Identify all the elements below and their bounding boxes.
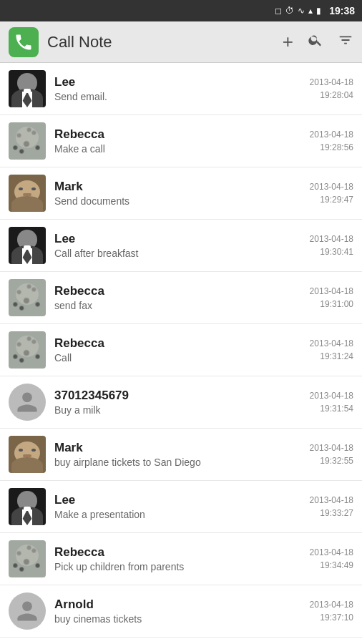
item-datetime: 2013-04-1819:30:41 [310, 233, 353, 258]
app-bar: Call Note + [0, 21, 362, 63]
item-content: Arnoldbuy cinemas tickets [54, 597, 304, 625]
item-note: Call [54, 352, 304, 364]
item-content: LeeMake a presentation [54, 493, 304, 520]
item-datetime: 2013-04-1819:28:56 [310, 128, 353, 154]
status-icons: ◻ ⏱ ∿ ▴ ▮ 19:38 [275, 5, 355, 16]
item-note: buy cinemas tickets [54, 613, 304, 625]
clock-icon: ⏱ [285, 6, 294, 16]
item-content: RebeccaPick up children from parents [54, 545, 304, 572]
item-note: buy airplane tickets to San Diego [54, 457, 304, 468]
item-note: Pick up children from parents [54, 561, 304, 572]
item-content: Rebeccasend fax [54, 284, 304, 311]
list-item[interactable]: Rebeccasend fax2013-04-1819:31:00 [0, 272, 362, 324]
list-item[interactable]: RebeccaPick up children from parents2013… [0, 533, 362, 585]
app-bar-actions: + [283, 31, 353, 53]
item-datetime: 2013-04-1819:32:55 [310, 441, 353, 467]
item-datetime: 2013-04-1819:31:00 [310, 285, 353, 311]
item-datetime: 2013-04-1819:33:27 [310, 494, 353, 519]
avatar [9, 227, 46, 264]
avatar [9, 175, 46, 212]
item-datetime: 2013-04-1819:34:49 [310, 546, 353, 572]
item-name: Lee [54, 75, 304, 89]
item-note: Make a presentation [54, 509, 304, 520]
filter-button[interactable] [338, 32, 353, 52]
avatar [9, 436, 46, 473]
list-item[interactable]: Eddy2013-04-1819:38:20 [0, 638, 362, 644]
item-content: LeeCall after breakfast [54, 232, 304, 259]
contacts-list: LeeSend email.2013-04-1819:28:04 Rebecca… [0, 63, 362, 644]
list-item[interactable]: LeeMake a presentation2013-04-1819:33:27 [0, 481, 362, 533]
status-time: 19:38 [329, 5, 355, 16]
item-datetime: 2013-04-1819:31:24 [310, 337, 353, 363]
avatar [9, 70, 46, 107]
item-note: Buy a milk [54, 404, 304, 416]
item-content: RebeccaCall [54, 336, 304, 364]
signal-icon: ▴ [308, 6, 313, 16]
app-title: Call Note [47, 33, 283, 52]
item-name: Rebecca [54, 127, 304, 142]
search-button[interactable] [308, 32, 323, 52]
phone-icon: ◻ [275, 6, 282, 16]
avatar [9, 331, 46, 369]
item-name: Mark [54, 180, 304, 194]
item-note: Send email. [54, 91, 304, 102]
list-item[interactable]: Markbuy airplane tickets to San Diego201… [0, 429, 362, 481]
item-datetime: 2013-04-1819:29:47 [310, 180, 353, 206]
item-datetime: 2013-04-1819:31:54 [310, 389, 353, 415]
list-item[interactable]: LeeSend email.2013-04-1819:28:04 [0, 63, 362, 115]
item-content: LeeSend email. [54, 75, 304, 102]
avatar [9, 279, 46, 316]
avatar [9, 384, 46, 421]
app-logo [9, 27, 39, 57]
item-name: Rebecca [54, 284, 304, 298]
avatar [9, 488, 46, 525]
avatar [9, 540, 46, 577]
app-logo-icon [14, 32, 34, 52]
item-name: Lee [54, 493, 304, 507]
item-note: Send documents [54, 195, 304, 207]
avatar [9, 592, 46, 630]
item-content: Markbuy airplane tickets to San Diego [54, 441, 304, 468]
item-note: send fax [54, 300, 304, 311]
wifi-icon: ∿ [298, 6, 305, 16]
item-note: Call after breakfast [54, 248, 304, 259]
item-datetime: 2013-04-1819:37:10 [310, 598, 353, 624]
list-item[interactable]: 37012345679Buy a milk2013-04-1819:31:54 [0, 376, 362, 429]
item-content: RebeccaMake a call [54, 127, 304, 155]
item-name: 37012345679 [54, 389, 304, 403]
item-name: Mark [54, 441, 304, 455]
item-name: Rebecca [54, 545, 304, 560]
item-datetime: 2013-04-1819:28:04 [310, 76, 353, 102]
list-item[interactable]: LeeCall after breakfast2013-04-1819:30:4… [0, 220, 362, 272]
avatar [9, 122, 46, 160]
item-content: MarkSend documents [54, 180, 304, 207]
item-note: Make a call [54, 143, 304, 155]
item-name: Rebecca [54, 336, 304, 351]
item-content: 37012345679Buy a milk [54, 389, 304, 416]
item-name: Arnold [54, 597, 304, 612]
status-bar: ◻ ⏱ ∿ ▴ ▮ 19:38 [0, 0, 362, 21]
list-item[interactable]: RebeccaMake a call2013-04-1819:28:56 [0, 115, 362, 167]
item-name: Lee [54, 232, 304, 246]
list-item[interactable]: MarkSend documents2013-04-1819:29:47 [0, 167, 362, 220]
list-item[interactable]: RebeccaCall2013-04-1819:31:24 [0, 324, 362, 376]
list-item[interactable]: Arnoldbuy cinemas tickets2013-04-1819:37… [0, 585, 362, 638]
add-button[interactable]: + [283, 31, 293, 53]
battery-icon: ▮ [316, 6, 321, 16]
